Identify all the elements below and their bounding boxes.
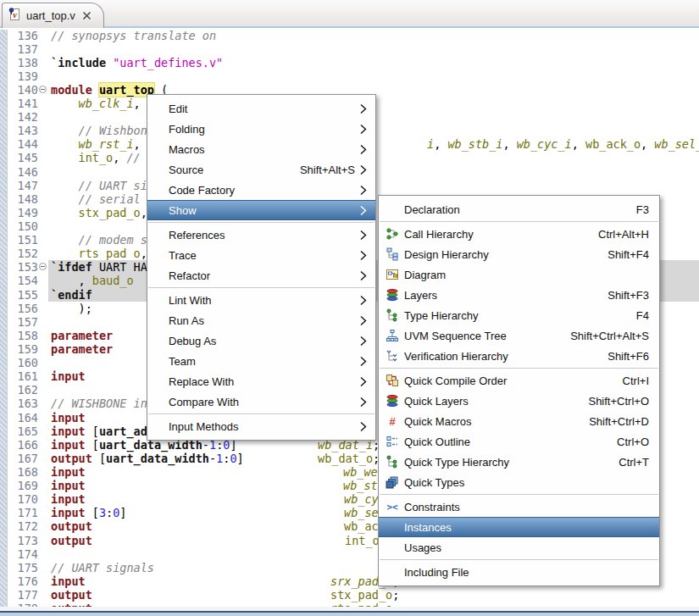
menu-item-usages[interactable]: Usages (379, 537, 659, 558)
menu-separator (148, 222, 374, 223)
menu-item-constraints[interactable]: ><Constraints (379, 497, 659, 517)
menu-item-show[interactable]: Show (147, 200, 375, 220)
tab-title: uart_top.v (26, 9, 75, 22)
fold-gutter (38, 438, 48, 452)
fold-gutter (38, 97, 48, 110)
menu-item-compare-with[interactable]: Compare With (147, 391, 375, 412)
menu-item-replace-with[interactable]: Replace With (147, 371, 375, 391)
menu-item-quick-macros[interactable]: #Quick MacrosShift+Ctrl+D (379, 411, 659, 431)
menu-item-input-methods[interactable]: Input Methods (147, 416, 375, 436)
type-hierarchy-icon (384, 455, 401, 469)
menu-item-shortcut: Shift+Ctrl+O (588, 395, 649, 408)
code-text (48, 69, 699, 83)
menu-item-uvm-sequence-tree[interactable]: UVM Sequence TreeShift+Ctrl+Alt+S (379, 325, 659, 346)
fold-gutter (38, 179, 48, 192)
menu-item-label: Layers (404, 289, 437, 302)
verilog-file-icon: v (8, 8, 21, 25)
menu-item-design-hierarchy[interactable]: Design HierarchyShift+F4 (379, 244, 659, 264)
editor-bottom-edge (0, 607, 699, 616)
tab-close-icon[interactable] (82, 11, 92, 20)
fold-collapse-icon[interactable] (38, 260, 48, 274)
menu-item-label: References (169, 229, 225, 241)
menu-item-label: Design Hierarchy (404, 248, 489, 261)
fold-gutter (38, 519, 48, 533)
code-text: `include "uart_defines.v" (48, 56, 699, 69)
menu-item-label: Macros (169, 143, 205, 156)
menu-item-call-hierarchy[interactable]: Call HierarchyCtrl+Alt+H (379, 224, 659, 244)
menu-item-shortcut: Ctrl+O (617, 436, 649, 448)
menu-item-quick-types[interactable]: Quick Types (379, 472, 659, 492)
design-hierarchy-icon (384, 247, 401, 261)
menu-item-source[interactable]: SourceShift+Alt+S (147, 159, 375, 180)
fold-gutter (38, 465, 48, 479)
fold-gutter (38, 452, 48, 465)
menu-item-edit[interactable]: Edit (147, 98, 375, 119)
menu-item-type-hierarchy[interactable]: Type HierarchyF4 (379, 305, 659, 325)
menu-item-run-as[interactable]: Run As (147, 310, 375, 330)
menu-item-team[interactable]: Team (147, 351, 375, 371)
menu-item-references[interactable]: References (147, 225, 375, 245)
menu-item-label: Lint With (169, 294, 212, 307)
fold-gutter (38, 329, 48, 342)
fold-gutter (38, 342, 48, 356)
menu-item-quick-type-hierarchy[interactable]: Quick Type HierarchyCtrl+T (379, 452, 659, 472)
fold-gutter (38, 124, 48, 137)
menu-item-lint-with[interactable]: Lint With (147, 290, 375, 310)
menu-item-quick-compile-order[interactable]: Quick Compile OrderCtrl+I (379, 370, 659, 391)
menu-item-shortcut: Shift+F3 (607, 289, 649, 302)
layers-icon (384, 394, 401, 408)
menu-item-declaration[interactable]: DeclarationF3 (379, 199, 659, 219)
fold-gutter (38, 30, 48, 42)
menu-item-refactor[interactable]: Refactor (147, 265, 375, 286)
menu-item-label: Quick Outline (404, 436, 470, 448)
menu-item-label: Team (169, 355, 196, 368)
menu-item-shortcut: Ctrl+Alt+H (598, 228, 649, 241)
svg-text:v: v (13, 10, 17, 19)
fold-gutter (38, 383, 48, 397)
menu-item-shortcut: F4 (636, 309, 649, 322)
fold-gutter (38, 42, 48, 56)
menu-item-label: Folding (169, 123, 205, 136)
menu-item-label: Input Methods (169, 420, 238, 433)
annotation-ruler (0, 30, 8, 607)
menu-item-label: Trace (169, 249, 197, 262)
code-line-136: 136// synopsys translate on (0, 30, 699, 42)
fold-gutter (38, 369, 48, 383)
menu-item-quick-layers[interactable]: Quick LayersShift+Ctrl+O (379, 391, 659, 411)
menu-item-label: Refactor (169, 269, 210, 282)
menu-item-diagram[interactable]: Diagram (379, 264, 659, 285)
submenu-arrow-icon (355, 103, 372, 114)
menu-item-label: Call Hierarchy (404, 228, 474, 241)
menu-item-layers[interactable]: LayersShift+F3 (379, 285, 659, 305)
submenu-arrow-icon (355, 376, 372, 387)
call-hierarchy-icon (384, 227, 401, 241)
menu-item-debug-as[interactable]: Debug As (147, 330, 375, 351)
menu-separator (380, 221, 658, 222)
menu-item-label: Code Factory (169, 184, 235, 197)
menu-item-trace[interactable]: Trace (147, 245, 375, 265)
code-text (48, 42, 699, 56)
fold-gutter (38, 137, 48, 151)
menu-item-code-factory[interactable]: Code Factory (147, 180, 375, 200)
submenu-arrow-icon (355, 270, 372, 281)
editor-tab[interactable]: v uart_top.v (2, 3, 104, 28)
menu-item-macros[interactable]: Macros (147, 139, 375, 159)
fold-gutter (38, 233, 48, 247)
fold-gutter (38, 479, 48, 492)
code-line-138: 138`include "uart_defines.v" (0, 56, 699, 69)
menu-item-label: Debug As (169, 335, 216, 347)
menu-separator (380, 559, 658, 560)
menu-separator (380, 494, 658, 495)
submenu-arrow-icon (355, 144, 372, 155)
menu-item-including-file[interactable]: Including File (379, 562, 659, 582)
menu-item-instances[interactable]: Instances (379, 517, 659, 537)
menu-item-quick-outline[interactable]: Quick OutlineCtrl+O (379, 431, 659, 452)
menu-item-folding[interactable]: Folding (147, 119, 375, 139)
fold-collapse-icon[interactable] (38, 83, 48, 97)
menu-item-shortcut: Ctrl+I (623, 375, 649, 387)
menu-item-verification-hierarchy[interactable]: Verification HierarchyShift+F6 (379, 346, 659, 366)
macros-icon: # (384, 414, 401, 428)
fold-gutter (38, 411, 48, 425)
fold-gutter (38, 110, 48, 124)
layers-icon (384, 288, 401, 302)
